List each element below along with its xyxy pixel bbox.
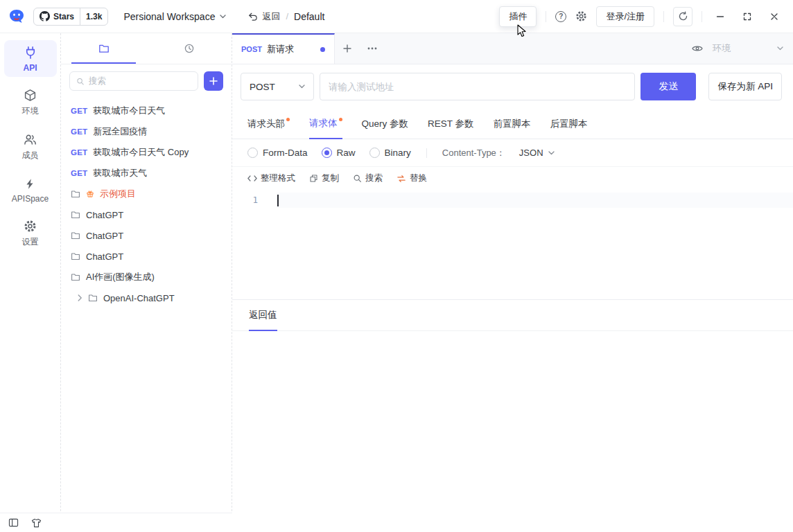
line-number: 1 (232, 190, 277, 205)
body-code-editor[interactable]: 1 (232, 190, 793, 299)
rail-item-environment[interactable]: 环境 (4, 82, 57, 121)
folder-name: AI作画(图像生成) (86, 271, 155, 283)
body-type-row: Form-Data Raw Binary Content-Type： JSON (232, 139, 793, 167)
tree-item-folder[interactable]: ChatGPT (61, 204, 232, 225)
rail-item-apispace[interactable]: APISpace (4, 171, 57, 208)
tab-title: 新请求 (267, 43, 294, 55)
tab-post-script[interactable]: 后置脚本 (550, 109, 588, 139)
more-tabs-button[interactable] (360, 33, 385, 64)
search-row (61, 64, 232, 98)
app-logo[interactable] (7, 8, 26, 26)
top-bar: Stars 1.3k Persional Workspace 返回 / Defa… (0, 0, 793, 33)
plugin-button[interactable]: 插件 (499, 6, 537, 27)
theme-icon[interactable] (31, 518, 42, 528)
api-sidebar: GET 获取城市今日天气 GET 新冠全国疫情 GET 获取城市今日天气 Cop… (61, 33, 232, 532)
send-button[interactable]: 发送 (640, 73, 696, 100)
code-format-icon (247, 175, 257, 182)
rail-item-label: 成员 (22, 150, 39, 161)
add-api-button[interactable] (204, 71, 223, 91)
response-tab[interactable]: 返回值 (249, 300, 277, 331)
radio-form-data[interactable]: Form-Data (247, 148, 308, 158)
request-tab[interactable]: POST 新请求 (232, 33, 335, 64)
tree-item-api[interactable]: GET 获取城市今日天气 Copy (61, 142, 232, 163)
replace-button[interactable]: 替换 (397, 172, 427, 184)
workspace-switcher[interactable]: Persional Workspace (123, 11, 226, 22)
tree-item-api[interactable]: GET 获取城市今日天气 (61, 100, 232, 121)
rail-item-label: 设置 (22, 236, 39, 248)
chevron-down-icon (548, 151, 555, 155)
folder-icon (71, 272, 80, 282)
back-button[interactable]: 返回 (248, 10, 280, 23)
members-icon (24, 132, 37, 146)
divider (426, 148, 427, 158)
chevron-right-icon[interactable] (78, 294, 82, 301)
maximize-button[interactable] (738, 8, 756, 26)
breadcrumb-project[interactable]: Default (294, 11, 324, 22)
chevron-down-icon (299, 85, 305, 89)
url-input[interactable] (320, 73, 635, 100)
copy-button[interactable]: 复制 (309, 172, 339, 184)
format-button[interactable]: 整理格式 (247, 172, 295, 184)
search-button[interactable]: 搜索 (353, 172, 383, 184)
sync-button[interactable] (673, 7, 692, 26)
method-select[interactable]: POST (241, 73, 314, 100)
rail-item-api[interactable]: API (4, 40, 57, 77)
config-tab-label: 请求头部 (247, 118, 285, 130)
radio-label: Raw (337, 148, 356, 158)
tab-request-body[interactable]: 请求体 (309, 109, 342, 139)
config-tab-label: REST 参数 (428, 118, 474, 130)
tree-item-folder[interactable]: ChatGPT (61, 246, 232, 267)
active-line-highlight (277, 193, 793, 208)
radio-circle (322, 148, 332, 158)
rail-item-settings[interactable]: 设置 (4, 213, 57, 252)
method-badge: GET (71, 148, 87, 157)
environment-select[interactable]: 环境 (713, 42, 783, 55)
tab-api-list[interactable] (61, 33, 146, 64)
search-input[interactable] (89, 76, 191, 86)
tree-item-folder[interactable]: AI作画(图像生成) (61, 267, 232, 287)
tab-request-headers[interactable]: 请求头部 (247, 109, 290, 139)
folder-icon (88, 293, 98, 303)
add-tab-button[interactable] (335, 33, 360, 64)
gear-icon[interactable] (575, 10, 587, 22)
tree-item-api[interactable]: GET 新冠全国疫情 (61, 121, 232, 142)
tab-rest-params[interactable]: REST 参数 (428, 109, 474, 139)
tool-label: 复制 (322, 172, 339, 184)
tree-item-folder[interactable]: ChatGPT (61, 225, 232, 246)
tab-query-params[interactable]: Query 参数 (362, 109, 409, 139)
minimize-button[interactable] (711, 8, 729, 26)
tab-pre-script[interactable]: 前置脚本 (494, 109, 531, 139)
divider (546, 11, 546, 22)
undo-icon (248, 12, 258, 21)
stars-count: 1.3k (86, 12, 102, 21)
tab-history[interactable] (146, 33, 232, 64)
github-stars-badge[interactable]: Stars 1.3k (33, 8, 108, 26)
folder-icon (71, 210, 80, 220)
save-as-api-button[interactable]: 保存为新 API (708, 73, 782, 100)
tree-item-folder-expandable[interactable]: OpenAI-ChatGPT (61, 287, 232, 308)
help-icon[interactable]: ? (555, 11, 566, 22)
api-name: 获取城市天气 (93, 167, 147, 179)
close-button[interactable] (765, 8, 783, 26)
environment-icon (24, 88, 37, 102)
divider (702, 11, 702, 22)
copy-icon (309, 174, 318, 183)
chevron-down-icon (777, 46, 783, 51)
tool-label: 替换 (410, 172, 427, 184)
plus-icon (343, 44, 351, 53)
content-type-select[interactable]: JSON (519, 148, 555, 158)
tree-item-api[interactable]: GET 获取城市天气 (61, 163, 232, 184)
radio-binary[interactable]: Binary (369, 148, 411, 158)
tab-method-badge: POST (241, 45, 262, 53)
request-config-tabs: 请求头部 请求体 Query 参数 REST 参数 前置脚本 后置脚本 (232, 109, 793, 139)
config-tab-label: 请求体 (309, 117, 338, 130)
folder-icon (71, 189, 80, 199)
config-tab-label: 前置脚本 (494, 118, 531, 130)
tree-item-folder-sample[interactable]: 示例项目 (61, 184, 232, 204)
collapse-sidebar-icon[interactable] (8, 518, 19, 527)
eye-icon[interactable] (692, 44, 703, 53)
login-button[interactable]: 登录/注册 (596, 6, 654, 27)
main-panel: POST 新请求 环境 (232, 33, 793, 532)
rail-item-members[interactable]: 成员 (4, 127, 57, 166)
radio-raw[interactable]: Raw (322, 148, 356, 158)
